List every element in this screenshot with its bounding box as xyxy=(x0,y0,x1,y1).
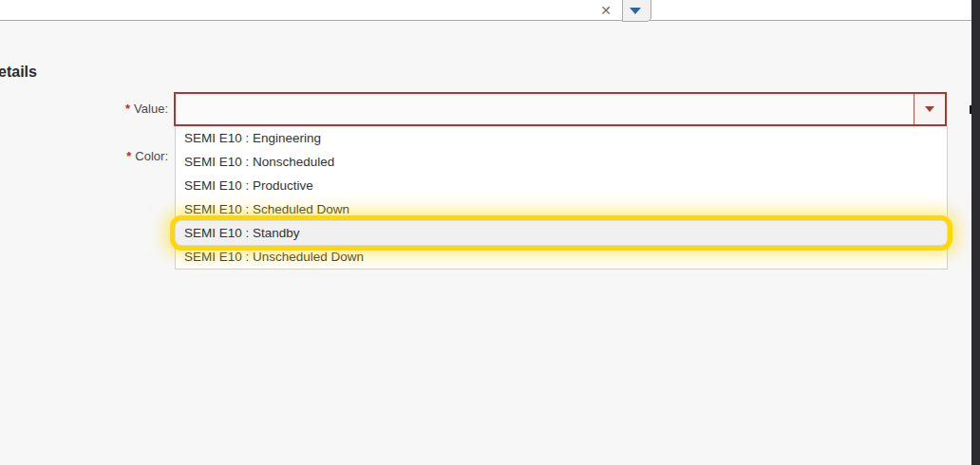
value-label: *Value: xyxy=(0,102,168,116)
dropdown-option-label: SEMI E10 : Scheduled Down xyxy=(184,202,349,216)
value-label-text: Value: xyxy=(134,102,168,116)
window-edge xyxy=(971,0,980,465)
color-label-text: Color: xyxy=(135,149,168,163)
dropdown-option[interactable]: SEMI E10 : Engineering xyxy=(176,126,947,150)
chevron-down-icon xyxy=(630,8,641,14)
window-edge-notch xyxy=(970,105,971,114)
dropdown-option-label: SEMI E10 : Engineering xyxy=(184,131,321,145)
chevron-down-icon xyxy=(925,106,934,112)
required-marker: * xyxy=(126,149,131,163)
dropdown-option[interactable]: SEMI E10 : Standby xyxy=(176,221,947,245)
dropdown-option-label: SEMI E10 : Unscheduled Down xyxy=(184,250,364,264)
color-label: *Color: xyxy=(0,149,168,163)
dropdown-option[interactable]: SEMI E10 : Unscheduled Down xyxy=(176,245,947,269)
value-combobox-dropdown-button[interactable] xyxy=(914,94,945,124)
value-combobox[interactable] xyxy=(174,92,947,126)
clear-icon[interactable]: ✕ xyxy=(595,1,616,20)
section-heading: etails xyxy=(0,64,37,81)
dropdown-option-label: SEMI E10 : Standby xyxy=(184,226,300,240)
dropdown-option-label: SEMI E10 : Nonscheduled xyxy=(184,155,334,169)
dropdown-option[interactable]: SEMI E10 : Productive xyxy=(176,174,947,197)
dropdown-list: SEMI E10 : Engineering SEMI E10 : Nonsch… xyxy=(175,126,948,270)
dropdown-option-label: SEMI E10 : Productive xyxy=(184,178,313,193)
required-marker: * xyxy=(125,102,130,116)
dropdown-option[interactable]: SEMI E10 : Nonscheduled xyxy=(176,150,947,174)
dropdown-option[interactable]: SEMI E10 : Scheduled Down xyxy=(176,197,947,221)
top-combobox[interactable] xyxy=(0,0,971,21)
